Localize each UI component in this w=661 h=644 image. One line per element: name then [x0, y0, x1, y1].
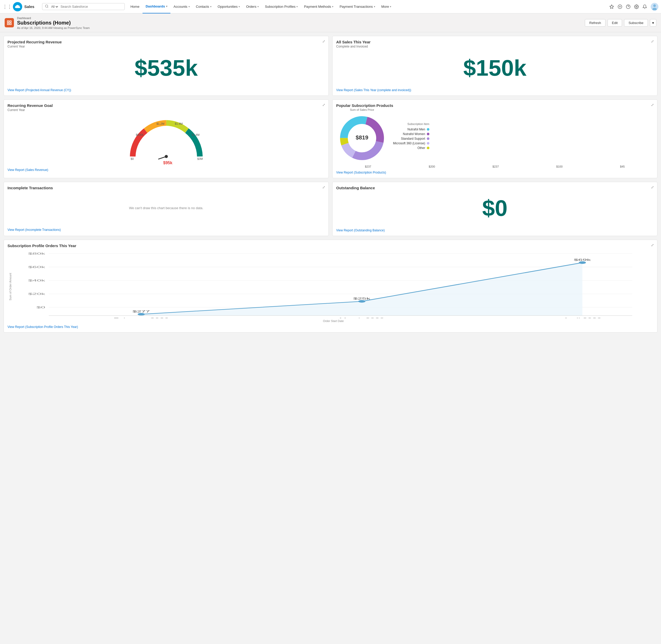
chevron-down-icon: ▾: [257, 5, 259, 8]
microsoft-360-dot: [427, 142, 429, 145]
nav-item-orders[interactable]: Orders ▾: [243, 0, 262, 14]
gauge-chart: $0 $600k $1.2M $1.8M $2.4M $3M $95k: [7, 114, 325, 165]
nav-item-payment-methods[interactable]: Payment Methods ▾: [301, 0, 337, 14]
add-icon[interactable]: [618, 4, 622, 9]
subscription-orders-title: Subscription Profile Orders This Year: [7, 244, 654, 248]
svg-marker-41: [141, 262, 582, 316]
popular-products-card: Popular Subscription Products ⤢ Sum of S…: [332, 99, 657, 178]
expand-icon[interactable]: ⤢: [651, 39, 654, 43]
other-dot: [427, 147, 429, 149]
search-icon: [45, 4, 48, 9]
expand-icon[interactable]: ⤢: [322, 185, 325, 189]
svg-point-43: [358, 300, 365, 303]
projected-revenue-link[interactable]: View Report (Projected Annual Revenue (C…: [7, 88, 71, 92]
dashboard-title: Subscriptions (Home): [17, 20, 90, 26]
avatar[interactable]: [651, 3, 658, 10]
nav-menu: Home Dashboards ▾ Accounts ▾ Contacts ▾ …: [127, 0, 607, 14]
donut-values: $237 $200 $237 $100 $45: [336, 165, 654, 168]
svg-point-0: [45, 5, 48, 7]
help-icon[interactable]: [626, 4, 631, 9]
legend-area: Subscription Item Nutrafol Men Nutrafol …: [393, 122, 429, 150]
legend-item-microsoft-360: Microsoft 360 (License): [393, 141, 429, 145]
chevron-down-icon: ▾: [390, 5, 391, 8]
expand-icon[interactable]: ⤢: [322, 39, 325, 43]
all-sales-value: $150k: [336, 50, 654, 86]
dashboard-icon: [5, 18, 14, 27]
svg-text:$600k: $600k: [136, 133, 143, 136]
line-chart-area: $80k $60k $40k $20k $0 $277 $25k: [13, 251, 654, 323]
standard-support-dot: [427, 137, 429, 140]
chevron-down-icon: ▾: [188, 5, 190, 8]
chevron-down-icon: ▾: [238, 5, 240, 8]
expand-icon[interactable]: ⤢: [651, 103, 654, 107]
search-input[interactable]: [61, 5, 122, 8]
search-bar: All: [42, 3, 125, 10]
nav-item-more[interactable]: More ▾: [378, 0, 394, 14]
svg-text:April 2020: April 2020: [563, 317, 601, 318]
svg-point-10: [653, 4, 656, 7]
donut-chart-container: Sum of Sales Price $819: [336, 108, 654, 164]
app-name: Sales: [24, 4, 35, 9]
refresh-button[interactable]: Refresh: [585, 19, 606, 27]
dashboard-content: Projected Recurring Revenue Current Year…: [0, 32, 661, 336]
svg-text:$20k: $20k: [28, 292, 45, 295]
expand-icon[interactable]: ⤢: [322, 103, 325, 107]
svg-point-42: [138, 313, 145, 316]
subscription-orders-link[interactable]: View Report (Subscription Profile Orders…: [7, 325, 78, 329]
top-right-icons: [607, 3, 658, 10]
svg-text:$60k: $60k: [28, 265, 45, 269]
recurring-goal-card: Recurring Revenue Goal Current Year ⤢ $0…: [4, 99, 329, 178]
svg-rect-15: [10, 23, 12, 25]
chevron-down-icon: ▾: [374, 5, 375, 8]
expand-icon[interactable]: ⤢: [651, 185, 654, 189]
y-axis-label-container: Sum of Order Amount: [7, 251, 13, 323]
legend-item-nutrafol-women: Nutrafol Women: [393, 132, 429, 136]
nav-item-accounts[interactable]: Accounts ▾: [170, 0, 192, 14]
salesforce-logo: [13, 2, 22, 12]
recurring-goal-link[interactable]: View Report (Sales Revenue): [7, 168, 48, 172]
svg-rect-12: [7, 21, 9, 22]
x-axis-label: Order Start Date: [13, 319, 654, 323]
legend-header: Subscription Item: [407, 122, 429, 125]
nav-item-contacts[interactable]: Contacts ▾: [193, 0, 214, 14]
projected-revenue-card: Projected Recurring Revenue Current Year…: [4, 36, 329, 96]
outstanding-balance-link[interactable]: View Report (Outstanding Balance): [336, 229, 385, 232]
edit-button[interactable]: Edit: [608, 19, 622, 27]
nav-item-payment-transactions[interactable]: Payment Transactions ▾: [337, 0, 378, 14]
svg-text:$69k: $69k: [574, 258, 591, 261]
nav-item-dashboards[interactable]: Dashboards ▾: [142, 0, 170, 14]
app-switcher-icon[interactable]: ⋮⋮: [3, 4, 12, 9]
all-sales-subtitle: Complete and Invoiced: [336, 45, 654, 48]
svg-text:$95k: $95k: [163, 161, 173, 165]
chevron-down-icon: ▾: [210, 5, 211, 8]
all-sales-link[interactable]: View Report (Sales This Year (complete a…: [336, 88, 411, 92]
svg-text:$25k: $25k: [353, 297, 370, 300]
svg-text:$1.2M: $1.2M: [157, 122, 164, 125]
svg-text:$0: $0: [37, 305, 45, 309]
outstanding-balance-title: Outstanding Balance: [336, 186, 654, 190]
projected-revenue-subtitle: Current Year: [7, 45, 325, 48]
nav-item-opportunities[interactable]: Opportunities ▾: [214, 0, 243, 14]
nav-item-subscription-profiles[interactable]: Subscription Profiles ▾: [262, 0, 301, 14]
line-chart-wrapper: Sum of Order Amount $80k $60k $40k $20k …: [7, 248, 654, 323]
donut-label: Sum of Sales Price: [350, 108, 374, 111]
expand-icon[interactable]: ⤢: [651, 243, 654, 247]
favorites-icon[interactable]: [609, 4, 614, 9]
chevron-down-icon: ▾: [166, 5, 167, 8]
svg-text:$80k: $80k: [28, 252, 45, 255]
subscribe-dropdown-button[interactable]: ▾: [650, 19, 656, 27]
notifications-icon[interactable]: [642, 4, 647, 9]
nav-item-home[interactable]: Home: [127, 0, 142, 14]
legend-item-standard-support: Standard Support: [393, 137, 429, 140]
search-filter-select[interactable]: All: [50, 5, 59, 9]
popular-products-link[interactable]: View Report (Subscription Products): [336, 171, 386, 174]
settings-icon[interactable]: [634, 4, 639, 9]
incomplete-transactions-link[interactable]: View Report (Incomplete Transactions): [7, 228, 61, 232]
legend-item-other: Other: [393, 146, 429, 150]
nutrafol-men-dot: [427, 128, 429, 131]
projected-revenue-value: $535k: [7, 50, 325, 86]
popular-products-title: Popular Subscription Products: [336, 103, 654, 108]
svg-text:$3M: $3M: [197, 157, 203, 160]
incomplete-transactions-card: Incomplete Transactions ⤢ We can't draw …: [4, 182, 329, 236]
subscribe-button[interactable]: Subscribe: [624, 19, 648, 27]
